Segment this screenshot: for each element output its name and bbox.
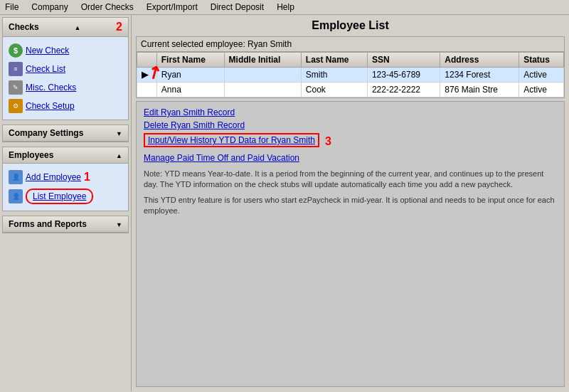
checks-section: Checks 2 $ New Check ≡ Check List ✎ Misc… (2, 17, 129, 120)
col-ssn: SSN (367, 53, 440, 68)
col-address: Address (440, 53, 519, 68)
company-settings-label: Company Settings (9, 128, 83, 138)
setup-icon: ⚙ (9, 99, 23, 113)
company-collapse-icon (116, 128, 122, 138)
menu-direct-deposit[interactable]: Direct Deposit (208, 1, 266, 13)
menu-help[interactable]: Help (275, 1, 297, 13)
sidebar-item-check-setup[interactable]: ⚙ Check Setup (6, 97, 125, 115)
col-first-name: First Name (156, 53, 224, 68)
row-arrow-anna (137, 83, 157, 97)
menu-order-checks[interactable]: Order Checks (79, 1, 136, 13)
misc-icon: ✎ (9, 80, 23, 95)
sidebar-item-add-employee[interactable]: 👤 Add Employee 1 (6, 168, 125, 186)
employees-collapse-icon (116, 150, 122, 160)
table-row[interactable]: ▶ Ryan Smith 123-45-6789 1234 Forest Act… (137, 68, 564, 83)
note-text-1: Note: YTD means Year-to-date. It is a pe… (144, 169, 557, 191)
sidebar: Checks 2 $ New Check ≡ Check List ✎ Misc… (0, 15, 132, 391)
add-employee-label: Add Employee (26, 172, 81, 182)
person-icon-add: 👤 (9, 170, 23, 184)
delete-record-link[interactable]: Delete Ryan Smith Record (144, 120, 557, 130)
check-setup-label: Check Setup (26, 101, 75, 111)
checks-section-header[interactable]: Checks 2 (3, 18, 128, 37)
employee-table: First Name Middle Initial Last Name SSN … (137, 52, 564, 97)
cell-status-anna: Active (519, 83, 564, 97)
company-settings-section: Company Settings (2, 125, 129, 142)
cell-last-ryan: Smith (301, 68, 367, 83)
cell-ssn-ryan: 123-45-6789 (367, 68, 440, 83)
employee-table-container: Current selected employee: Ryan Smith Fi… (136, 36, 565, 98)
menubar: File Company Order Checks Export/Import … (0, 0, 569, 15)
table-header-row: First Name Middle Initial Last Name SSN … (137, 53, 564, 68)
checks-section-label: Checks (9, 22, 39, 32)
cell-first-ryan: Ryan (156, 68, 224, 83)
note-text-2: This YTD entry feature is for users who … (144, 195, 557, 217)
employees-section-content: 👤 Add Employee 1 👤 List Employee (3, 164, 128, 211)
cell-first-anna: Anna (156, 83, 224, 97)
menu-export-import[interactable]: Export/Import (144, 1, 200, 13)
menu-company[interactable]: Company (29, 1, 70, 13)
forms-reports-section: Forms and Reports (2, 216, 129, 233)
paid-time-off-link[interactable]: Manage Paid Time Off and Paid Vacation (144, 153, 557, 163)
menu-file[interactable]: File (3, 1, 21, 13)
cell-address-anna: 876 Main Stre (440, 83, 519, 97)
page-title: Employee List (136, 19, 565, 32)
forms-collapse-icon (116, 219, 122, 229)
cell-status-ryan: Active (519, 68, 564, 83)
new-check-label: New Check (26, 46, 69, 55)
table-row[interactable]: Anna Cook 222-22-2222 876 Main Stre Acti… (137, 83, 564, 97)
sidebar-item-new-check[interactable]: $ New Check (6, 41, 125, 60)
main-container: Checks 2 $ New Check ≡ Check List ✎ Misc… (0, 15, 569, 391)
list-employee-label[interactable]: List Employee (26, 189, 93, 204)
sidebar-item-check-list[interactable]: ≡ Check List (6, 60, 125, 78)
content-area: Employee List Current selected employee:… (132, 15, 569, 391)
edit-record-link[interactable]: Edit Ryan Smith Record (144, 107, 557, 117)
person-icon-list: 👤 (9, 189, 23, 203)
misc-checks-label: Misc. Checks (26, 83, 76, 92)
check-list-label: Check List (26, 64, 65, 74)
company-settings-header[interactable]: Company Settings (3, 125, 128, 142)
cell-address-ryan: 1234 Forest (440, 68, 519, 83)
forms-reports-label: Forms and Reports (9, 219, 87, 229)
cell-ssn-anna: 222-22-2222 (367, 83, 440, 97)
col-middle-initial: Middle Initial (224, 53, 301, 68)
cell-last-anna: Cook (301, 83, 367, 97)
checks-section-content: $ New Check ≡ Check List ✎ Misc. Checks … (3, 37, 128, 120)
ytd-history-link[interactable]: Input/View History YTD Data for Ryan Smi… (144, 133, 319, 147)
action-annotation: 3 (325, 135, 331, 148)
cell-middle-anna (224, 83, 301, 97)
checks-annotation: 2 (116, 21, 122, 33)
row-arrow-ryan: ▶ (137, 68, 157, 83)
employees-section-label: Employees (9, 150, 53, 160)
cell-middle-ryan (224, 68, 301, 83)
dollar-icon: $ (9, 43, 23, 58)
selected-employee-label: Current selected employee: Ryan Smith (137, 37, 564, 52)
employees-annotation: 1 (84, 171, 90, 184)
sidebar-item-list-employee[interactable]: 👤 List Employee (6, 186, 125, 206)
col-last-name: Last Name (301, 53, 367, 68)
forms-reports-header[interactable]: Forms and Reports (3, 216, 128, 233)
employees-section-header[interactable]: Employees (3, 147, 128, 164)
actions-area: ↗ Edit Ryan Smith Record Delete Ryan Smi… (136, 101, 565, 387)
checks-collapse-icon (74, 22, 80, 32)
col-arrow (137, 53, 157, 68)
list-icon: ≡ (9, 62, 23, 76)
col-status: Status (519, 53, 564, 68)
employees-section: Employees 👤 Add Employee 1 👤 List Employ… (2, 147, 129, 211)
sidebar-item-misc-checks[interactable]: ✎ Misc. Checks (6, 78, 125, 97)
